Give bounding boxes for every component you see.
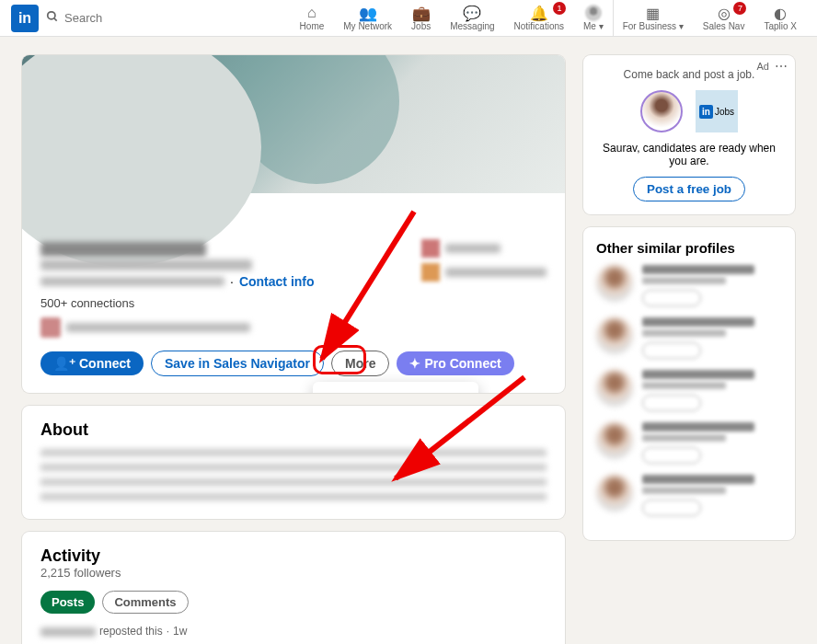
about-heading: About: [40, 420, 547, 440]
search-icon: [46, 10, 59, 26]
nav-label: Home: [300, 21, 325, 31]
connect-button[interactable]: 👤⁺Connect: [40, 351, 144, 375]
nav-notifications[interactable]: 🔔1Notifications: [504, 0, 573, 36]
pro-connect-button[interactable]: ✦Pro Connect: [397, 351, 513, 375]
school-logo-icon: [421, 263, 440, 282]
grid-icon: ▦: [646, 5, 660, 21]
similar-item[interactable]: [596, 475, 782, 516]
nav-salesnav[interactable]: ◎7Sales Nav: [693, 0, 754, 36]
similar-heading: Other similar profiles: [596, 240, 782, 256]
ad-card: Ad ⋯ Come back and post a job. inJobs Sa…: [583, 55, 795, 214]
ad-cta-button[interactable]: Post a free job: [633, 177, 745, 201]
nav-label: Sales Nav: [703, 21, 745, 31]
sim-action[interactable]: [642, 447, 701, 464]
taplio-icon: ◐: [774, 5, 787, 21]
nav-messaging[interactable]: 💬Messaging: [440, 0, 503, 36]
sparkle-icon: ✦: [409, 356, 420, 371]
profile-location: [40, 277, 224, 286]
repost-author: [40, 627, 96, 637]
ad-tag: Ad: [757, 61, 769, 72]
search-input[interactable]: [64, 11, 219, 25]
similar-item[interactable]: [596, 265, 782, 306]
avatar: [596, 422, 633, 459]
sim-sub: [642, 277, 726, 284]
tab-posts[interactable]: Posts: [40, 591, 95, 614]
save-sales-nav-button[interactable]: Save in Sales Navigator: [151, 351, 324, 376]
jobs-badge: inJobs: [696, 90, 738, 132]
nav-label: For Business ▾: [623, 21, 684, 31]
about-text: [40, 449, 547, 504]
profile-body: in · Contact info 500+ connections: [22, 193, 565, 393]
school-name: [445, 268, 547, 277]
briefcase-icon: 💼: [412, 5, 431, 21]
nav-label: Taplio X: [764, 21, 797, 31]
followers-count[interactable]: 2,215 followers: [40, 566, 547, 580]
contact-info-link[interactable]: Contact info: [239, 274, 315, 289]
profile-card: in · Contact info 500+ connections: [22, 55, 565, 393]
more-dropdown: ◎View in Sales Navigator ↪Send profile i…: [313, 382, 478, 393]
nav-label: My Network: [343, 21, 392, 31]
bell-icon: 🔔: [530, 5, 548, 21]
sim-action[interactable]: [642, 395, 701, 411]
sim-name: [642, 475, 754, 484]
nav-me[interactable]: Me ▾: [573, 0, 613, 36]
sim-name: [642, 265, 754, 274]
about-card: About: [22, 406, 565, 519]
nav-home[interactable]: ⌂Home: [290, 0, 334, 36]
nav-label: Jobs: [411, 21, 431, 31]
ad-menu-icon[interactable]: ⋯: [775, 59, 788, 74]
sim-action[interactable]: [642, 500, 701, 516]
mutual-avatar: [40, 317, 61, 338]
similar-item[interactable]: [596, 422, 782, 464]
sim-sub: [642, 487, 726, 494]
linkedin-logo[interactable]: in: [11, 5, 39, 32]
nav-network[interactable]: 👥My Network: [333, 0, 401, 36]
similar-profiles-card: Other similar profiles: [583, 227, 795, 540]
top-nav: in ⌂Home 👥My Network 💼Jobs 💬Messaging 🔔1…: [0, 0, 817, 37]
ad-headline: Come back and post a job.: [596, 68, 782, 81]
similar-item[interactable]: [596, 370, 782, 411]
nav-jobs[interactable]: 💼Jobs: [401, 0, 440, 36]
tab-comments[interactable]: Comments: [102, 591, 188, 614]
similar-item[interactable]: [596, 317, 782, 359]
company-logo-icon: [421, 239, 440, 258]
plus-user-icon: 👤⁺: [53, 356, 75, 371]
dd-view-salesnav[interactable]: ◎View in Sales Navigator: [313, 387, 478, 393]
sidebar: Ad ⋯ Come back and post a job. inJobs Sa…: [583, 55, 795, 644]
search-wrap[interactable]: [46, 10, 219, 26]
btn-label: Pro Connect: [424, 356, 501, 371]
sim-name: [642, 422, 754, 431]
sim-name: [642, 370, 754, 379]
people-icon: 👥: [359, 5, 377, 21]
sim-name: [642, 317, 754, 327]
home-icon: ⌂: [307, 5, 316, 21]
page: in · Contact info 500+ connections: [0, 37, 817, 644]
nav-taplio[interactable]: ◐Taplio X: [754, 0, 806, 36]
more-button[interactable]: More: [331, 351, 389, 376]
jobs-text: Jobs: [715, 107, 734, 117]
connections-count[interactable]: 500+ connections: [40, 296, 547, 310]
nav-business[interactable]: ▦For Business ▾: [613, 0, 693, 36]
avatar: [596, 265, 633, 302]
nav-label: Me ▾: [583, 21, 604, 31]
sim-sub: [642, 329, 726, 337]
avatar: [596, 317, 633, 354]
sim-sub: [642, 434, 726, 442]
sim-action[interactable]: [642, 342, 701, 359]
ad-avatar: [640, 90, 683, 132]
repost-time: 1w: [173, 625, 187, 639]
action-row: 👤⁺Connect Save in Sales Navigator More ✦…: [40, 351, 547, 376]
profile-name: [40, 242, 206, 257]
activity-heading: Activity: [40, 546, 547, 566]
nav-label: Messaging: [450, 21, 494, 31]
repost-line: reposted this · 1w: [40, 625, 547, 639]
cover-image: [22, 55, 565, 193]
notif-badge: 1: [553, 2, 566, 15]
mutual-row[interactable]: [40, 317, 547, 338]
sim-action[interactable]: [642, 290, 701, 306]
compass-icon: ◎: [718, 5, 731, 21]
nav-label: Notifications: [514, 21, 564, 31]
ad-body: Saurav, candidates are ready when you ar…: [596, 142, 782, 167]
nav-items: ⌂Home 👥My Network 💼Jobs 💬Messaging 🔔1Not…: [290, 0, 806, 36]
profile-headline: [40, 259, 252, 270]
